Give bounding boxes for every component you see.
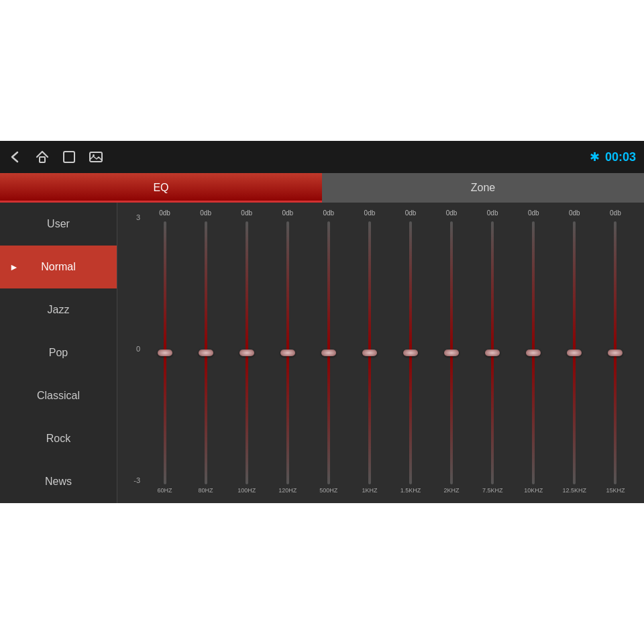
eq-freq-label-10: 12.5KHZ xyxy=(563,487,587,498)
eq-db-label-9: 0db xyxy=(528,209,539,219)
tab-zone[interactable]: Zone xyxy=(322,173,644,203)
eq-thumb-8[interactable] xyxy=(485,350,500,356)
eq-freq-label-7: 2KHZ xyxy=(444,487,460,498)
eq-panel: 3 0 -3 0db60HZ0db80HZ0db100HZ0db120HZ0db… xyxy=(117,203,644,503)
eq-track-5 xyxy=(368,221,371,484)
eq-track-1 xyxy=(205,221,207,484)
eq-db-label-5: 0db xyxy=(364,209,376,219)
eq-track-4 xyxy=(327,221,330,484)
eq-db-label-10: 0db xyxy=(569,209,580,219)
sidebar-item-pop[interactable]: Pop xyxy=(0,331,117,374)
eq-body: 3 0 -3 0db60HZ0db80HZ0db100HZ0db120HZ0db… xyxy=(125,209,636,498)
time-display: 00:03 xyxy=(605,150,636,164)
eq-scale-neg3: -3 xyxy=(133,476,140,484)
eq-track-wrap-2 xyxy=(226,221,267,484)
eq-freq-label-11: 15KHZ xyxy=(606,487,625,498)
eq-thumb-2[interactable] xyxy=(239,350,254,356)
eq-sliders: 0db60HZ0db80HZ0db100HZ0db120HZ0db500HZ0d… xyxy=(144,209,636,498)
eq-thumb-0[interactable] xyxy=(158,350,172,356)
top-bar-right: ✱ 00:03 xyxy=(590,150,636,164)
sidebar-item-normal[interactable]: ► Normal xyxy=(0,246,117,288)
eq-thumb-4[interactable] xyxy=(321,350,336,356)
sidebar-item-jazz[interactable]: Jazz xyxy=(0,288,117,331)
eq-track-wrap-7 xyxy=(431,221,472,484)
eq-band-7.5KHZ[interactable]: 0db7.5KHZ xyxy=(472,209,513,498)
eq-track-wrap-10 xyxy=(554,221,595,484)
eq-track-9 xyxy=(532,221,535,484)
main-content: User ► Normal Jazz Pop Classical Rock Ne… xyxy=(0,203,644,503)
eq-track-3 xyxy=(286,221,289,484)
eq-track-2 xyxy=(246,221,248,484)
eq-track-10 xyxy=(573,221,576,484)
eq-band-1.5KHZ[interactable]: 0db1.5KHZ xyxy=(390,209,431,498)
eq-track-wrap-5 xyxy=(349,221,390,484)
eq-track-7 xyxy=(450,221,453,484)
eq-thumb-5[interactable] xyxy=(362,350,377,356)
eq-thumb-10[interactable] xyxy=(567,350,582,356)
eq-band-15KHZ[interactable]: 0db15KHZ xyxy=(595,209,636,498)
eq-band-60HZ[interactable]: 0db60HZ xyxy=(144,209,185,498)
eq-freq-label-0: 60HZ xyxy=(158,487,172,498)
tab-bar: EQ Zone xyxy=(0,173,644,203)
eq-db-label-3: 0db xyxy=(282,209,293,219)
eq-freq-label-9: 10KHZ xyxy=(524,487,543,498)
eq-scale: 3 0 -3 xyxy=(125,209,144,498)
svg-rect-1 xyxy=(64,152,74,162)
eq-track-wrap-3 xyxy=(267,221,308,484)
eq-db-label-0: 0db xyxy=(159,209,170,219)
eq-track-wrap-0 xyxy=(144,221,185,484)
eq-band-100HZ[interactable]: 0db100HZ xyxy=(226,209,267,498)
window-icon[interactable] xyxy=(62,150,76,164)
eq-scale-3: 3 xyxy=(136,213,140,221)
eq-db-label-1: 0db xyxy=(200,209,211,219)
eq-db-label-6: 0db xyxy=(405,209,417,219)
device-frame: ✱ 00:03 EQ Zone User ► Normal Jazz Pop xyxy=(0,141,644,503)
top-bar-icons xyxy=(8,150,578,164)
eq-thumb-7[interactable] xyxy=(444,350,459,356)
eq-freq-label-5: 1KHZ xyxy=(362,487,377,498)
eq-band-500HZ[interactable]: 0db500HZ xyxy=(308,209,349,498)
eq-thumb-9[interactable] xyxy=(526,350,541,356)
eq-db-label-11: 0db xyxy=(610,209,621,219)
play-arrow-icon: ► xyxy=(9,262,19,272)
eq-band-120HZ[interactable]: 0db120HZ xyxy=(267,209,308,498)
eq-thumb-6[interactable] xyxy=(403,350,418,356)
eq-freq-label-3: 120HZ xyxy=(278,487,297,498)
eq-band-10KHZ[interactable]: 0db10KHZ xyxy=(513,209,554,498)
eq-db-label-4: 0db xyxy=(323,209,335,219)
eq-track-wrap-9 xyxy=(513,221,554,484)
eq-track-6 xyxy=(409,221,412,484)
eq-freq-label-1: 80HZ xyxy=(199,487,213,498)
eq-thumb-1[interactable] xyxy=(199,350,213,356)
svg-rect-0 xyxy=(40,157,45,162)
back-icon[interactable] xyxy=(8,150,23,164)
sidebar-item-user[interactable]: User xyxy=(0,203,117,246)
sidebar-item-rock[interactable]: Rock xyxy=(0,417,117,460)
sidebar-item-news[interactable]: News xyxy=(0,460,117,503)
eq-band-1KHZ[interactable]: 0db1KHZ xyxy=(349,209,390,498)
eq-track-wrap-6 xyxy=(390,221,431,484)
eq-band-80HZ[interactable]: 0db80HZ xyxy=(185,209,226,498)
sidebar-item-classical[interactable]: Classical xyxy=(0,374,117,417)
eq-track-wrap-11 xyxy=(595,221,636,484)
eq-freq-label-6: 1.5KHZ xyxy=(400,487,421,498)
eq-track-11 xyxy=(614,221,616,484)
eq-band-12.5KHZ[interactable]: 0db12.5KHZ xyxy=(554,209,595,498)
eq-scale-0: 0 xyxy=(136,345,140,353)
sidebar: User ► Normal Jazz Pop Classical Rock Ne… xyxy=(0,203,117,503)
eq-track-8 xyxy=(491,221,494,484)
top-bar: ✱ 00:03 xyxy=(0,141,644,173)
eq-track-wrap-8 xyxy=(472,221,513,484)
eq-thumb-11[interactable] xyxy=(608,350,623,356)
eq-freq-label-8: 7.5KHZ xyxy=(482,487,503,498)
svg-rect-2 xyxy=(90,152,102,162)
eq-track-0 xyxy=(164,221,166,484)
bluetooth-icon: ✱ xyxy=(590,150,600,164)
tab-eq[interactable]: EQ xyxy=(0,173,322,203)
eq-track-wrap-4 xyxy=(308,221,349,484)
eq-band-2KHZ[interactable]: 0db2KHZ xyxy=(431,209,472,498)
eq-freq-label-4: 500HZ xyxy=(319,487,337,498)
image-icon[interactable] xyxy=(89,150,103,164)
home-icon[interactable] xyxy=(35,150,50,164)
eq-thumb-3[interactable] xyxy=(280,350,295,356)
